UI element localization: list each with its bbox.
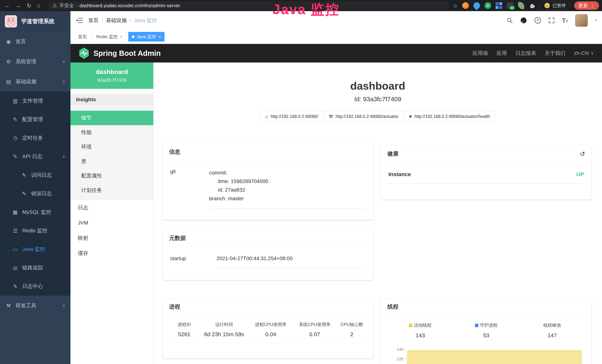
- extension-icon[interactable]: [495, 2, 502, 9]
- locale-label: zh-CN: [574, 50, 589, 56]
- sidebar-item-home[interactable]: ◉ 首页: [0, 32, 70, 52]
- browser-nav: ← → ↻ ⌂: [0, 2, 45, 9]
- sidebar-item-label: 系统管理: [16, 58, 36, 65]
- fullscreen-icon[interactable]: [548, 17, 555, 24]
- yellow-swatch-icon: [409, 324, 412, 327]
- threads-chart-plot: [407, 345, 583, 364]
- search-icon[interactable]: [506, 17, 513, 24]
- sba-brand-title[interactable]: Spring Boot Admin: [93, 49, 161, 57]
- sba-item-jvm[interactable]: JVM: [70, 215, 153, 230]
- sba-item-mappings[interactable]: 映射: [70, 230, 153, 246]
- metadata-card: 元数据 startup 2021-04-27T00:44:31.254+08:0…: [163, 230, 373, 280]
- sidebar-item-error-log[interactable]: ✎ 错误日志: [0, 184, 70, 203]
- user-avatar[interactable]: [575, 14, 588, 27]
- monitor-icon: ▤: [5, 79, 12, 85]
- tab-redis-monitor[interactable]: Redis 监控 ×: [93, 32, 126, 42]
- bookmark-star-icon[interactable]: ☆: [453, 2, 458, 9]
- sidebar-item-config[interactable]: ✎ 配置管理: [0, 110, 70, 129]
- sidebar-fold-icon[interactable]: [76, 17, 83, 24]
- extension-icon[interactable]: [462, 2, 469, 9]
- metadata-card-title: 元数据: [163, 230, 373, 247]
- sidebar-item-java-monitor[interactable]: ▭ Java 监控: [0, 240, 70, 258]
- update-button[interactable]: 更新 ⋮: [574, 1, 599, 10]
- sidebar-item-label: 日志中心: [22, 283, 43, 290]
- sba-item-scheduled-tasks[interactable]: 计划任务: [70, 183, 153, 197]
- sba-locale-select[interactable]: zh-CN ∨: [574, 50, 594, 56]
- sidebar-item-log-center[interactable]: ✎ 日志中心: [0, 277, 70, 296]
- instance-health-link[interactable]: ♥ http://192.168.0.2:48080/actuator/heal…: [404, 111, 495, 122]
- instance-home-link[interactable]: ⌂ http://192.168.0.2:48080/: [260, 111, 323, 122]
- update-label: 更新: [578, 2, 588, 9]
- extensions-puzzle-icon[interactable]: [529, 2, 536, 9]
- health-card: 健康 ↺ Instance UP: [381, 146, 591, 199]
- sidebar-item-redis[interactable]: ☰ Redis 监控: [0, 221, 70, 240]
- threads-card-title: 线程: [381, 299, 591, 315]
- sba-item-metrics[interactable]: 性能: [70, 125, 153, 140]
- process-col-cores: CPU核心数 2: [337, 321, 367, 337]
- sba-item-classes[interactable]: 类: [70, 154, 153, 169]
- extension-icon[interactable]: on: [507, 2, 513, 9]
- breadcrumb-home[interactable]: 首页: [88, 17, 99, 24]
- eye-icon: ◎: [12, 265, 19, 271]
- close-icon[interactable]: ×: [158, 34, 161, 39]
- sidebar-item-devtools[interactable]: ⚒ 研发工具 ∨: [0, 296, 70, 316]
- heart-icon: ♥: [409, 114, 412, 119]
- pig-avatar-icon: [5, 15, 17, 27]
- info-card: 信息 git commit: time: 1596289704000 id: 2…: [163, 144, 373, 220]
- sba-app-block[interactable]: dashboard 93a3fc7f7409: [70, 63, 153, 89]
- sidebar-item-system[interactable]: ⚙ 系统管理 ∨: [0, 52, 70, 72]
- close-icon[interactable]: ×: [120, 34, 123, 39]
- live-threads-area: [407, 351, 582, 364]
- sba-item-config-props[interactable]: 配置属性: [70, 169, 153, 183]
- legend-daemon-threads: 守护进程 53: [453, 322, 519, 339]
- sidebar-item-api-log[interactable]: ✎ API 日志 ∧: [0, 147, 70, 166]
- sba-item-environment[interactable]: 环境: [70, 140, 153, 154]
- sidebar-item-access-log[interactable]: ✎ 访问日志: [0, 166, 70, 184]
- info-card-body: git commit: time: 1596289704000 id: 27aa…: [163, 161, 373, 209]
- card-title: 线程: [387, 303, 398, 310]
- sidebar-item-infra[interactable]: ▤ 基础设施 ∧: [0, 72, 70, 92]
- sba-nav-about[interactable]: 关于我们: [545, 50, 566, 57]
- header-actions: ? TT ▾: [506, 14, 597, 27]
- history-icon[interactable]: ↺: [580, 150, 585, 158]
- sba-nav-applications[interactable]: 应用: [496, 50, 507, 57]
- extension-icon[interactable]: v: [484, 2, 491, 9]
- github-icon[interactable]: [520, 17, 527, 24]
- paused-label: 已暂停: [552, 3, 566, 9]
- legend-value: 53: [453, 332, 519, 339]
- col-value: 5261: [171, 331, 198, 337]
- admin-menu: ◉ 首页 ⚙ 系统管理 ∨ ▤ 基础设施 ∧ ▥ 文件管理 ✎ 配置管: [0, 32, 70, 316]
- back-icon[interactable]: ←: [4, 2, 10, 9]
- sidebar-item-mysql[interactable]: ▦ MySQL 监控: [0, 203, 70, 221]
- reload-icon[interactable]: ↻: [27, 2, 31, 9]
- tab-java-monitor[interactable]: Java 监控 ×: [128, 32, 164, 42]
- browser-home-icon[interactable]: ⌂: [37, 2, 40, 9]
- info-line: id: 27aa832: [209, 186, 366, 194]
- address-bar[interactable]: ⚠ 不安全 dashboard.yudao.iocoder.cn/infra/a…: [48, 1, 449, 10]
- forward-icon[interactable]: →: [16, 2, 21, 9]
- profile-paused-badge[interactable]: 已暂停: [540, 1, 570, 10]
- help-icon[interactable]: ?: [534, 17, 541, 24]
- breadcrumb-infra[interactable]: 基础设施: [106, 17, 127, 24]
- font-size-icon[interactable]: TT: [562, 17, 568, 24]
- threads-chart: 140 120 100: [387, 345, 583, 364]
- extension-icon[interactable]: [472, 1, 482, 11]
- sba-sidebar: dashboard 93a3fc7f7409 Insights 细节 性能 环境…: [70, 63, 153, 364]
- kebab-menu-icon[interactable]: ⋮: [590, 3, 595, 9]
- tab-home[interactable]: 首页: [75, 32, 90, 42]
- col-value: 6d 23h 15m 59s: [201, 331, 247, 337]
- sidebar-item-trace[interactable]: ◎ 链路追踪: [0, 258, 70, 277]
- sba-item-details[interactable]: 细节: [70, 111, 153, 125]
- sba-app-id: 93a3fc7f7409: [97, 77, 127, 83]
- avatar-caret-icon[interactable]: ▾: [595, 18, 597, 23]
- chevron-up-icon: ∧: [62, 154, 65, 159]
- sba-nav-wallboard[interactable]: 应用墙: [473, 50, 488, 57]
- instance-actuator-link[interactable]: ⚒ http://192.168.0.2:48080/actuator: [323, 111, 404, 122]
- process-col-pid: 进程ID 5261: [169, 321, 199, 337]
- sidebar-item-cron[interactable]: ◷ 定时任务: [0, 129, 70, 147]
- extension-icon[interactable]: [517, 2, 525, 10]
- sba-item-caches[interactable]: 缓存: [70, 246, 153, 261]
- sidebar-item-file[interactable]: ▥ 文件管理: [0, 92, 70, 110]
- sba-nav-journal[interactable]: 日志报表: [516, 50, 536, 57]
- sba-item-logs[interactable]: 日志: [70, 200, 153, 215]
